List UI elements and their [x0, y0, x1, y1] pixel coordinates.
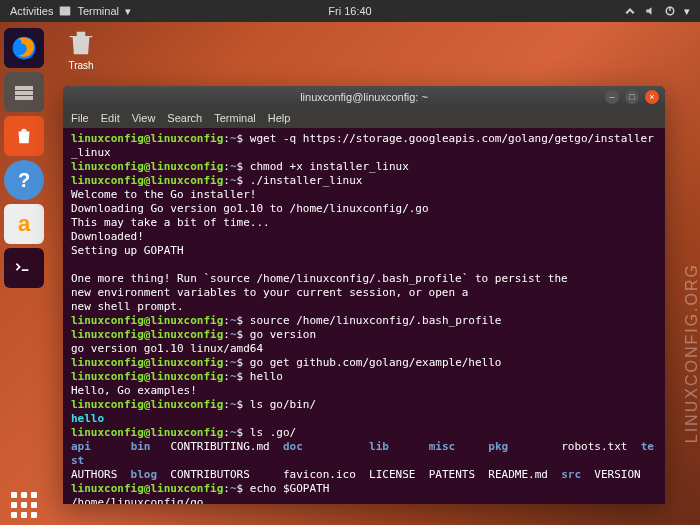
- shopping-bag-icon: [13, 125, 35, 147]
- dock-terminal[interactable]: [4, 248, 44, 288]
- ls-file: README.md: [488, 468, 548, 481]
- output-line: Welcome to the Go installer!: [71, 188, 256, 201]
- cmd-echo-gopath: echo $GOPATH: [250, 482, 329, 495]
- window-close[interactable]: ×: [645, 90, 659, 104]
- prompt-user: linuxconfig@linuxconfig: [71, 132, 223, 145]
- prompt-user: linuxconfig@linuxconfig: [71, 314, 223, 327]
- show-applications[interactable]: [4, 485, 44, 525]
- svg-rect-2: [669, 7, 671, 12]
- desktop: Trash: [56, 26, 106, 71]
- prompt-user: linuxconfig@linuxconfig: [71, 174, 223, 187]
- output-line: Hello, Go examples!: [71, 384, 197, 397]
- ls-file: CONTRIBUTORS: [170, 468, 249, 481]
- terminal-icon: [11, 255, 37, 281]
- cmd-chmod: chmod +x installer_linux: [250, 160, 409, 173]
- window-titlebar[interactable]: linuxconfig@linuxconfig: ~ – □ ×: [63, 86, 665, 108]
- output-line: Downloading Go version go1.10 to /home/l…: [71, 202, 429, 215]
- app-menu-label[interactable]: Terminal: [77, 5, 119, 17]
- svg-rect-5: [15, 91, 33, 95]
- prompt-user: linuxconfig@linuxconfig: [71, 398, 223, 411]
- output-line: new environment variables to your curren…: [71, 286, 468, 299]
- dock-firefox[interactable]: [4, 28, 44, 68]
- dock-software[interactable]: [4, 116, 44, 156]
- prompt-user: linuxconfig@linuxconfig: [71, 356, 223, 369]
- activities-button[interactable]: Activities: [10, 5, 53, 17]
- output-line: This may take a bit of time...: [71, 216, 270, 229]
- ls-dir: pkg: [488, 440, 508, 453]
- prompt-user: linuxconfig@linuxconfig: [71, 328, 223, 341]
- network-icon[interactable]: [624, 5, 636, 17]
- ls-file: VERSION: [594, 468, 640, 481]
- dock-files[interactable]: [4, 72, 44, 112]
- cmd-hello: hello: [250, 370, 283, 383]
- trash-label: Trash: [68, 60, 93, 71]
- prompt-path: ~: [230, 398, 237, 411]
- prompt-path: ~: [230, 132, 237, 145]
- prompt-user: linuxconfig@linuxconfig: [71, 426, 223, 439]
- output-line: Setting up GOPATH: [71, 244, 184, 257]
- output-line: One more thing! Run `source /home/linuxc…: [71, 272, 568, 285]
- cmd-source: source /home/linuxconfig/.bash_profile: [250, 314, 502, 327]
- ls-entry-hello: hello: [71, 412, 104, 425]
- cmd-run-installer: ./installer_linux: [250, 174, 363, 187]
- prompt-path: ~: [230, 426, 237, 439]
- menu-help[interactable]: Help: [268, 112, 291, 124]
- prompt-path: ~: [230, 174, 237, 187]
- cmd-ls-gobin: ls go/bin/: [250, 398, 316, 411]
- clock[interactable]: Fri 16:40: [328, 5, 371, 17]
- menubar: File Edit View Search Terminal Help: [63, 108, 665, 128]
- ls-dir: misc: [429, 440, 456, 453]
- ls-file: PATENTS: [429, 468, 475, 481]
- ls-file: CONTRIBUTING.md: [170, 440, 269, 453]
- cmd-go-version: go version: [250, 328, 316, 341]
- svg-rect-4: [15, 86, 33, 90]
- power-icon[interactable]: [664, 5, 676, 17]
- terminal-window: linuxconfig@linuxconfig: ~ – □ × File Ed…: [63, 86, 665, 504]
- svg-rect-6: [15, 96, 33, 100]
- menu-view[interactable]: View: [132, 112, 156, 124]
- terminal-content[interactable]: linuxconfig@linuxconfig:~$ wget -q https…: [63, 128, 665, 504]
- output-line: /home/linuxconfig/go: [71, 496, 203, 504]
- ls-file: favicon.ico: [283, 468, 356, 481]
- prompt-path: ~: [230, 160, 237, 173]
- watermark: LINUXCONFIG.ORG: [683, 263, 700, 443]
- amazon-icon: a: [18, 211, 30, 237]
- menu-file[interactable]: File: [71, 112, 89, 124]
- dock-help[interactable]: ?: [4, 160, 44, 200]
- system-menu-caret[interactable]: ▾: [684, 5, 690, 18]
- prompt-path: ~: [230, 314, 237, 327]
- ls-dir: blog: [131, 468, 158, 481]
- menu-search[interactable]: Search: [167, 112, 202, 124]
- firefox-icon: [10, 34, 38, 62]
- cmd-go-get: go get github.com/golang/example/hello: [250, 356, 502, 369]
- menu-terminal[interactable]: Terminal: [214, 112, 256, 124]
- app-menu-caret: ▾: [125, 5, 131, 18]
- menu-edit[interactable]: Edit: [101, 112, 120, 124]
- trash-icon: [64, 26, 98, 60]
- volume-icon[interactable]: [644, 5, 656, 17]
- cmd-ls-dotgo: ls .go/: [250, 426, 296, 439]
- ls-dir: lib: [369, 440, 389, 453]
- gnome-topbar: Activities Terminal ▾ Fri 16:40 ▾: [0, 0, 700, 22]
- ls-dir: bin: [131, 440, 151, 453]
- window-minimize[interactable]: –: [605, 90, 619, 104]
- ls-dir: src: [561, 468, 581, 481]
- window-maximize[interactable]: □: [625, 90, 639, 104]
- dock-amazon[interactable]: a: [4, 204, 44, 244]
- ls-dir: api: [71, 440, 91, 453]
- prompt-path: ~: [230, 370, 237, 383]
- ls-file: robots.txt: [561, 440, 627, 453]
- ls-dir: doc: [283, 440, 303, 453]
- output-line: go version go1.10 linux/amd64: [71, 342, 263, 355]
- svg-rect-0: [60, 7, 71, 16]
- prompt-user: linuxconfig@linuxconfig: [71, 482, 223, 495]
- ls-file: LICENSE: [369, 468, 415, 481]
- help-icon: ?: [18, 169, 30, 192]
- trash-desktop-icon[interactable]: Trash: [56, 26, 106, 71]
- prompt-path: ~: [230, 356, 237, 369]
- svg-rect-7: [13, 258, 35, 278]
- prompt-path: ~: [230, 482, 237, 495]
- dock: ? a: [0, 22, 48, 525]
- terminal-app-icon: [59, 5, 71, 17]
- files-icon: [12, 80, 36, 104]
